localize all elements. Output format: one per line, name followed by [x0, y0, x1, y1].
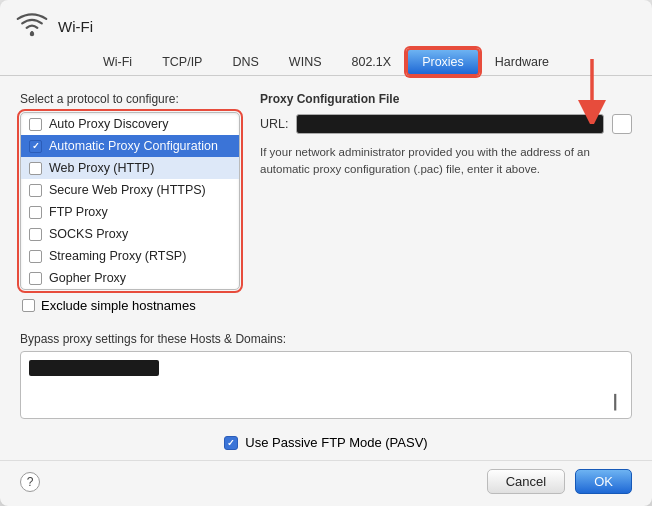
protocol-item-socks-proxy[interactable]: SOCKS Proxy: [21, 223, 239, 245]
protocol-label-automatic-proxy-config: Automatic Proxy Configuration: [49, 139, 218, 153]
checkbox-automatic-proxy-config[interactable]: [29, 140, 42, 153]
title-bar: Wi-Fi: [0, 0, 652, 48]
passive-ftp-label: Use Passive FTP Mode (PASV): [245, 435, 427, 450]
window-title: Wi-Fi: [58, 18, 93, 35]
exclude-row: Exclude simple hostnames: [20, 298, 240, 313]
action-buttons: Cancel OK: [487, 469, 632, 494]
protocol-item-ftp-proxy[interactable]: FTP Proxy: [21, 201, 239, 223]
protocol-label-ftp-proxy: FTP Proxy: [49, 205, 108, 219]
checkbox-passive-ftp[interactable]: [224, 436, 238, 450]
cursor-indicator: ┃: [611, 394, 619, 410]
protocol-label-web-proxy-http: Web Proxy (HTTP): [49, 161, 154, 175]
protocol-item-automatic-proxy-config[interactable]: Automatic Proxy Configuration: [21, 135, 239, 157]
tab-8021x[interactable]: 802.1X: [337, 49, 407, 75]
bypass-textarea-container[interactable]: ┃: [20, 351, 632, 419]
protocol-label: Select a protocol to configure:: [20, 92, 240, 106]
tab-wins[interactable]: WINS: [274, 49, 337, 75]
protocol-item-web-proxy-http[interactable]: Web Proxy (HTTP): [21, 157, 239, 179]
main-content: Select a protocol to configure: Auto Pro…: [0, 76, 652, 332]
main-window: Wi-Fi Wi-Fi TCP/IP DNS WINS 802.1X Proxi…: [0, 0, 652, 506]
bypass-label: Bypass proxy settings for these Hosts & …: [20, 332, 632, 346]
tab-dns[interactable]: DNS: [217, 49, 273, 75]
tab-hardware[interactable]: Hardware: [480, 49, 564, 75]
url-input-end: [612, 114, 632, 134]
tab-bar: Wi-Fi TCP/IP DNS WINS 802.1X Proxies Har…: [0, 48, 652, 76]
protocol-label-secure-web-proxy: Secure Web Proxy (HTTPS): [49, 183, 206, 197]
checkbox-socks-proxy[interactable]: [29, 228, 42, 241]
checkbox-secure-web-proxy[interactable]: [29, 184, 42, 197]
protocol-list: Auto Proxy Discovery Automatic Proxy Con…: [20, 112, 240, 290]
svg-point-0: [30, 32, 34, 36]
protocol-label-streaming-proxy: Streaming Proxy (RTSP): [49, 249, 186, 263]
url-input[interactable]: [296, 114, 604, 134]
help-button[interactable]: ?: [20, 472, 40, 492]
bottom-bar: ? Cancel OK: [0, 460, 652, 506]
tab-tcpip[interactable]: TCP/IP: [147, 49, 217, 75]
exclude-label: Exclude simple hostnames: [41, 298, 196, 313]
checkbox-exclude-hostnames[interactable]: [22, 299, 35, 312]
tab-proxies[interactable]: Proxies: [406, 48, 480, 76]
protocol-item-secure-web-proxy[interactable]: Secure Web Proxy (HTTPS): [21, 179, 239, 201]
url-row: URL:: [260, 114, 632, 134]
protocol-item-streaming-proxy[interactable]: Streaming Proxy (RTSP): [21, 245, 239, 267]
checkbox-streaming-proxy[interactable]: [29, 250, 42, 263]
tab-wifi[interactable]: Wi-Fi: [88, 49, 147, 75]
ok-button[interactable]: OK: [575, 469, 632, 494]
checkbox-web-proxy-http[interactable]: [29, 162, 42, 175]
description-text: If your network administrator provided y…: [260, 144, 632, 179]
bypass-section: Bypass proxy settings for these Hosts & …: [0, 332, 652, 429]
checkbox-ftp-proxy[interactable]: [29, 206, 42, 219]
wifi-icon: [16, 12, 48, 40]
arrow-annotation: [562, 54, 612, 124]
protocol-item-gopher-proxy[interactable]: Gopher Proxy: [21, 267, 239, 289]
right-panel: Proxy Configuration File URL: If your ne…: [260, 92, 632, 316]
protocol-label-auto-proxy-discovery: Auto Proxy Discovery: [49, 117, 168, 131]
checkbox-auto-proxy-discovery[interactable]: [29, 118, 42, 131]
passive-ftp-row: Use Passive FTP Mode (PASV): [0, 429, 652, 460]
left-panel: Select a protocol to configure: Auto Pro…: [20, 92, 240, 316]
cancel-button[interactable]: Cancel: [487, 469, 565, 494]
protocol-label-gopher-proxy: Gopher Proxy: [49, 271, 126, 285]
protocol-item-auto-proxy-discovery[interactable]: Auto Proxy Discovery: [21, 113, 239, 135]
url-label: URL:: [260, 117, 288, 131]
checkbox-gopher-proxy[interactable]: [29, 272, 42, 285]
bypass-blackout: [29, 360, 159, 376]
protocol-label-socks-proxy: SOCKS Proxy: [49, 227, 128, 241]
